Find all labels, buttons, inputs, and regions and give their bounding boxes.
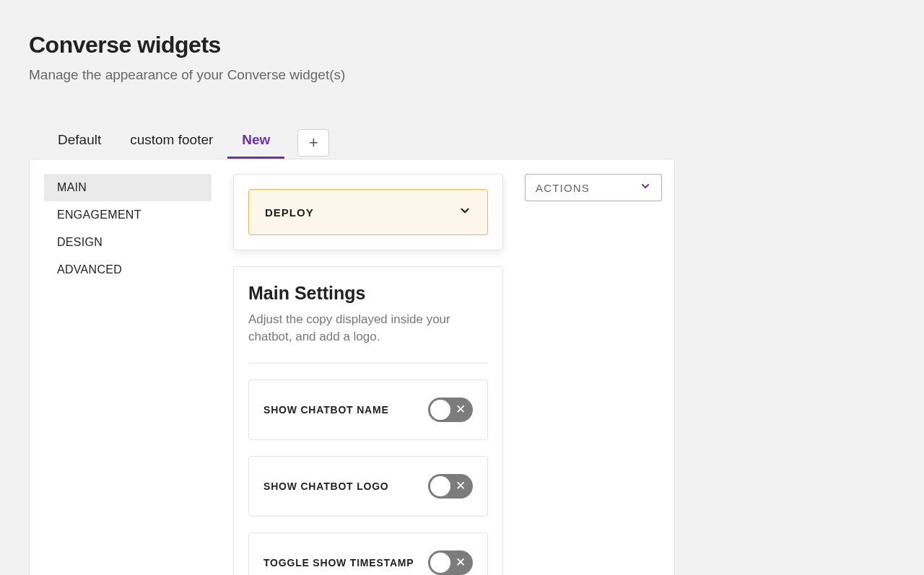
toggle-row-show-chatbot-logo: SHOW CHATBOT LOGO ✕	[248, 456, 488, 517]
toggle-show-chatbot-name[interactable]: ✕	[428, 398, 473, 422]
close-icon: ✕	[456, 555, 466, 570]
sidenav-item-design[interactable]: DESIGN	[44, 229, 212, 256]
toggle-label: SHOW CHATBOT LOGO	[263, 480, 389, 492]
center-column: DEPLOY Main Settings Adjust the copy dis…	[233, 174, 503, 575]
actions-label: ACTIONS	[536, 182, 590, 194]
chevron-down-icon	[458, 204, 471, 220]
toggle-show-chatbot-logo[interactable]: ✕	[428, 474, 473, 499]
tab-custom-footer[interactable]: custom footer	[116, 126, 227, 159]
right-column: ACTIONS	[525, 174, 662, 575]
main-settings-description: Adjust the copy displayed inside your ch…	[248, 311, 488, 346]
toggle-knob	[430, 400, 450, 420]
close-icon: ✕	[456, 402, 466, 417]
toggle-row-toggle-show-timestamp: TOGGLE SHOW TIMESTAMP ✕	[248, 532, 488, 575]
tab-default[interactable]: Default	[43, 126, 116, 159]
tabs-bar: Default custom footer New +	[29, 126, 895, 159]
deploy-label: DEPLOY	[265, 206, 314, 219]
chevron-down-icon	[640, 180, 651, 195]
actions-dropdown[interactable]: ACTIONS	[525, 174, 662, 201]
page-title: Converse widgets	[29, 32, 895, 58]
content-panel: MAIN ENGAGEMENT DESIGN ADVANCED DEPLOY M…	[29, 159, 675, 575]
deploy-dropdown[interactable]: DEPLOY	[248, 189, 488, 235]
tab-new[interactable]: New	[227, 126, 284, 159]
toggle-label: TOGGLE SHOW TIMESTAMP	[263, 557, 414, 569]
add-tab-button[interactable]: +	[297, 129, 329, 157]
sidenav-item-engagement[interactable]: ENGAGEMENT	[44, 201, 212, 229]
plus-icon: +	[309, 133, 318, 152]
divider	[248, 363, 488, 364]
sidenav-item-main[interactable]: MAIN	[44, 174, 212, 201]
page-subtitle: Manage the appearance of your Converse w…	[29, 67, 895, 83]
toggle-show-timestamp[interactable]: ✕	[428, 550, 473, 575]
toggle-knob	[430, 476, 450, 496]
deploy-card: DEPLOY	[233, 174, 503, 250]
close-icon: ✕	[456, 478, 466, 493]
toggle-row-show-chatbot-name: SHOW CHATBOT NAME ✕	[248, 379, 488, 440]
main-settings-card: Main Settings Adjust the copy displayed …	[233, 266, 503, 575]
toggle-label: SHOW CHATBOT NAME	[263, 404, 389, 416]
side-nav: MAIN ENGAGEMENT DESIGN ADVANCED	[44, 174, 212, 575]
main-settings-title: Main Settings	[248, 283, 488, 304]
sidenav-item-advanced[interactable]: ADVANCED	[44, 256, 212, 284]
toggle-knob	[430, 553, 450, 573]
